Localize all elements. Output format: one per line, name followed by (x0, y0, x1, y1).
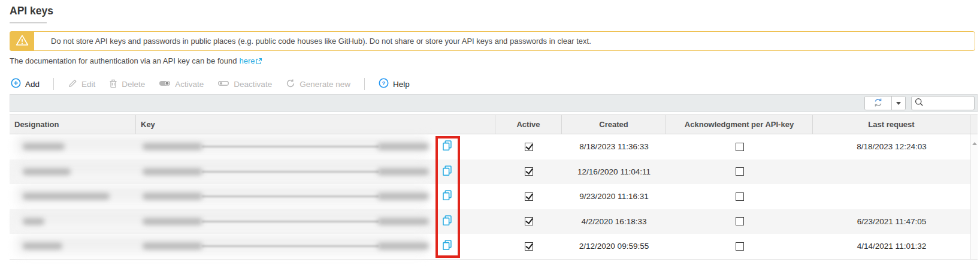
column-header-acknowledgment[interactable]: Acknowledgment per API-key (666, 115, 813, 134)
designation-redacted-text (23, 168, 71, 175)
last-request-value: 4/14/2021 11:01:32 (857, 242, 926, 251)
delete-icon (109, 79, 117, 90)
search-icon (915, 98, 924, 109)
table-body: 8/18/2023 11:36:33 8/18/2023 12:24:03 (10, 134, 978, 260)
vertical-scrollbar[interactable] (970, 134, 978, 259)
copy-key-button[interactable] (442, 191, 452, 202)
acknowledgment-checkbox[interactable] (736, 143, 744, 151)
column-header-last-request[interactable]: Last request (813, 115, 970, 134)
designation-redacted-text (23, 218, 44, 225)
external-link-icon (255, 58, 262, 65)
title-underline (10, 22, 47, 23)
key-redacted-tail (377, 143, 429, 150)
help-label: Help (393, 80, 410, 89)
key-redacted-text (143, 218, 202, 225)
key-redacted-text (143, 193, 202, 200)
refresh-split-button (864, 96, 906, 110)
documentation-line: The documentation for authentication via… (10, 56, 262, 65)
key-redacted-text (143, 168, 202, 175)
edit-label: Edit (81, 80, 95, 89)
delete-label: Delete (122, 80, 145, 89)
designation-redacted-text (23, 143, 65, 150)
help-icon: ? (379, 78, 389, 90)
api-keys-table: Designation Key Active Created Acknowled… (10, 94, 978, 260)
created-value: 8/18/2023 11:36:33 (579, 142, 648, 151)
search-box (911, 96, 975, 110)
activate-button[interactable]: Activate (159, 80, 204, 89)
toolbar-divider (364, 78, 365, 90)
api-keys-page: API keys Do not store API keys and passw… (0, 0, 980, 271)
created-value: 9/23/2020 11:16:31 (579, 192, 648, 201)
acknowledgment-checkbox[interactable] (736, 192, 744, 201)
add-label: Add (25, 80, 40, 89)
copy-key-button[interactable] (442, 167, 452, 177)
column-header-created[interactable]: Created (562, 115, 666, 134)
refresh-dropdown-button[interactable] (892, 97, 905, 110)
svg-text:?: ? (382, 80, 386, 86)
created-value: 2/12/2020 09:59:55 (579, 242, 649, 251)
acknowledgment-checkbox[interactable] (736, 217, 744, 225)
key-redacted-text (143, 243, 202, 249)
deactivate-button[interactable]: Deactivate (217, 80, 272, 89)
table-header-row: Designation Key Active Created Acknowled… (10, 115, 978, 134)
key-redacted-tail (377, 193, 429, 200)
warning-icon (16, 34, 29, 49)
created-value: 12/16/2020 11:04:11 (577, 167, 651, 176)
acknowledgment-checkbox[interactable] (736, 167, 744, 176)
scroll-up-icon (972, 142, 977, 145)
last-request-value: 6/23/2021 11:47:05 (857, 217, 926, 226)
active-checkbox[interactable] (525, 167, 533, 176)
edit-icon (68, 79, 77, 90)
action-toolbar: Add Edit Delete (11, 76, 424, 92)
column-header-active[interactable]: Active (495, 115, 562, 134)
key-redacted-line (202, 221, 379, 222)
table-row[interactable]: 12/16/2020 11:04:11 (10, 159, 978, 185)
active-checkbox[interactable] (525, 242, 533, 251)
key-redacted-tail (377, 168, 429, 175)
search-input[interactable] (925, 99, 971, 107)
copy-key-button[interactable] (442, 141, 452, 152)
warning-icon-block (10, 31, 34, 51)
add-icon (11, 78, 21, 90)
refresh-icon (873, 98, 883, 109)
delete-button[interactable]: Delete (109, 79, 145, 90)
help-button[interactable]: ? Help (379, 78, 410, 90)
key-redacted-line (202, 195, 379, 197)
toolbar-divider (53, 78, 54, 90)
key-redacted-tail (377, 218, 429, 225)
table-row[interactable]: 4/2/2020 16:18:33 6/23/2021 11:47:05 (10, 209, 978, 234)
key-redacted-line (202, 245, 379, 247)
deactivate-label: Deactivate (234, 80, 272, 89)
acknowledgment-checkbox[interactable] (736, 242, 744, 251)
column-header-designation[interactable]: Designation (10, 115, 136, 134)
generate-new-icon (286, 79, 295, 90)
copy-icon (443, 165, 452, 179)
table-row[interactable]: 2/12/2020 09:59:55 4/14/2021 11:01:32 (10, 234, 978, 259)
copy-icon (443, 140, 452, 153)
copy-key-button[interactable] (442, 241, 452, 252)
warning-text: Do not store API keys and passwords in p… (51, 37, 591, 46)
active-checkbox[interactable] (525, 217, 533, 225)
activate-icon (159, 80, 171, 89)
active-checkbox[interactable] (525, 192, 533, 201)
caret-down-icon (896, 102, 901, 105)
activate-label: Activate (175, 80, 204, 89)
generate-new-button[interactable]: Generate new (286, 79, 350, 90)
edit-button[interactable]: Edit (68, 79, 95, 90)
rows-container: 8/18/2023 11:36:33 8/18/2023 12:24:03 (10, 134, 978, 259)
key-redacted-line (202, 171, 379, 173)
designation-redacted-text (23, 243, 62, 249)
documentation-link[interactable]: here (239, 56, 255, 65)
copy-icon (443, 215, 452, 228)
column-header-key[interactable]: Key (136, 115, 495, 134)
last-request-value: 8/18/2023 12:24:03 (857, 142, 926, 151)
key-redacted-line (202, 146, 379, 147)
key-redacted-text (143, 143, 202, 150)
table-row[interactable]: 9/23/2020 11:16:31 (10, 184, 978, 209)
active-checkbox[interactable] (525, 143, 533, 151)
table-row[interactable]: 8/18/2023 11:36:33 8/18/2023 12:24:03 (10, 134, 978, 159)
refresh-button[interactable] (865, 97, 892, 110)
copy-key-button[interactable] (442, 216, 452, 227)
table-controls-bar (10, 94, 978, 112)
add-button[interactable]: Add (11, 78, 40, 90)
